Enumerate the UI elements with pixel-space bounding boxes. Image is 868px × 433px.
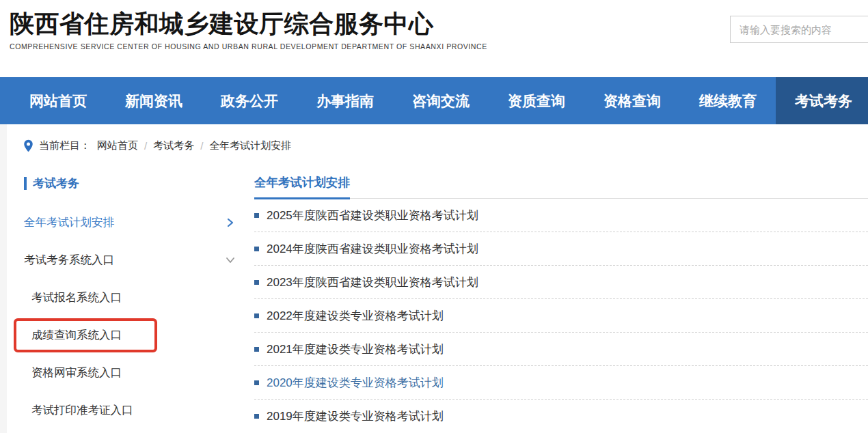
nav-item-exam-affairs[interactable]: 考试考务 [776, 77, 868, 124]
sidebar-header-accent-bar [24, 177, 27, 190]
exam-plan-link-2023[interactable]: 2023年度陕西省建设类职业资格考试计划 [254, 266, 868, 299]
sidebar-item-qualification-review-entry[interactable]: 资格网审系统入口 [24, 354, 254, 391]
nav-item-consultation[interactable]: 咨询交流 [393, 77, 489, 124]
breadcrumb-exam-affairs[interactable]: 考试考务 [153, 139, 194, 152]
exam-plan-label: 2024年度陕西省建设类职业资格考试计划 [267, 241, 478, 257]
main-title-row: 全年考试计划安排 [254, 156, 868, 199]
bullet-icon [254, 414, 259, 419]
sidebar-header: 考试考务 [24, 175, 254, 191]
nav-item-continuing-education[interactable]: 继续教育 [680, 77, 776, 124]
exam-plan-link-2021[interactable]: 2021年度建设类专业资格考试计划 [254, 333, 868, 366]
chevron-down-icon [226, 255, 235, 265]
bullet-icon [254, 313, 259, 318]
location-pin-icon [23, 139, 33, 152]
search-input[interactable] [730, 16, 868, 43]
nav-item-credential-query[interactable]: 资格查询 [584, 77, 680, 124]
exam-plan-link-2022[interactable]: 2022年度建设类专业资格考试计划 [254, 299, 868, 333]
breadcrumb-home[interactable]: 网站首页 [97, 139, 138, 152]
sidebar-item-label: 资格网审系统入口 [31, 365, 122, 380]
sidebar: 考试考务 全年考试计划安排 考试考务系统入口 考试报名系统入口 成绩查询系统入口 [0, 156, 254, 433]
nav-item-service-guide[interactable]: 办事指南 [297, 77, 393, 124]
breadcrumb: 当前栏目： 网站首页 / 考试考务 / 全年考试计划安排 [0, 135, 868, 156]
sidebar-item-label: 全年考试计划安排 [24, 215, 114, 230]
page-title: 全年考试计划安排 [254, 174, 350, 199]
page: 陕西省住房和城乡建设厅综合服务中心 COMPREHENSIVE SERVICE … [0, 0, 868, 433]
breadcrumb-prefix: 当前栏目： [39, 139, 90, 152]
main-panel: 全年考试计划安排 2025年度陕西省建设类职业资格考试计划 2024年度陕西省建… [254, 156, 868, 433]
site-subtitle: COMPREHENSIVE SERVICE CENTER OF HOUSING … [10, 42, 868, 51]
bullet-icon [254, 280, 259, 285]
sidebar-item-score-query-entry[interactable]: 成绩查询系统入口 [24, 316, 254, 354]
exam-plan-link-2024[interactable]: 2024年度陕西省建设类职业资格考试计划 [254, 232, 868, 266]
sidebar-item-label: 考试报名系统入口 [31, 290, 122, 305]
sidebar-item-annual-exam-plan[interactable]: 全年考试计划安排 [24, 204, 254, 241]
exam-plan-label: 2020年度建设类专业资格考试计划 [267, 375, 444, 391]
bullet-icon [254, 247, 259, 251]
sidebar-item-exam-system-entry[interactable]: 考试考务系统入口 [24, 241, 254, 279]
breadcrumb-separator: / [200, 140, 203, 152]
sidebar-item-label: 考试考务系统入口 [24, 253, 114, 268]
nav-item-gov-affairs[interactable]: 政务公开 [202, 77, 297, 124]
nav-item-home[interactable]: 网站首页 [10, 77, 106, 124]
sidebar-item-exam-registration-entry[interactable]: 考试报名系统入口 [24, 279, 254, 316]
exam-plan-label: 2019年度建设类专业资格考试计划 [267, 408, 444, 424]
main-nav: 网站首页 新闻资讯 政务公开 办事指南 咨询交流 资质查询 资格查询 继续教育 … [0, 77, 868, 124]
sidebar-item-label: 成绩查询系统入口 [31, 328, 122, 343]
site-header: 陕西省住房和城乡建设厅综合服务中心 COMPREHENSIVE SERVICE … [0, 0, 868, 77]
nav-item-news[interactable]: 新闻资讯 [106, 77, 202, 124]
exam-plan-label: 2023年度陕西省建设类职业资格考试计划 [267, 275, 478, 290]
exam-plan-link-2020[interactable]: 2020年度建设类专业资格考试计划 [254, 366, 868, 400]
breadcrumb-separator: / [144, 140, 147, 152]
bullet-icon [254, 213, 259, 218]
content-area: 考试考务 全年考试计划安排 考试考务系统入口 考试报名系统入口 成绩查询系统入口 [0, 156, 868, 433]
sidebar-item-exam-ticket-print-entry[interactable]: 考试打印准考证入口 [24, 391, 254, 429]
bullet-icon [254, 347, 259, 352]
page-left-margin [0, 124, 7, 433]
exam-plan-link-2019[interactable]: 2019年度建设类专业资格考试计划 [254, 400, 868, 433]
exam-plan-label: 2021年度建设类专业资格考试计划 [267, 341, 444, 357]
exam-plan-link-2025[interactable]: 2025年度陕西省建设类职业资格考试计划 [254, 199, 868, 232]
exam-plan-label: 2022年度建设类专业资格考试计划 [267, 308, 444, 324]
chevron-right-icon [226, 218, 235, 227]
bullet-icon [254, 380, 259, 385]
exam-plan-label: 2025年度陕西省建设类职业资格考试计划 [267, 208, 478, 223]
nav-item-qualification-query[interactable]: 资质查询 [489, 77, 584, 124]
breadcrumb-current-page[interactable]: 全年考试计划安排 [209, 139, 291, 152]
sidebar-item-label: 考试打印准考证入口 [31, 403, 133, 418]
sidebar-header-title: 考试考务 [33, 176, 79, 191]
